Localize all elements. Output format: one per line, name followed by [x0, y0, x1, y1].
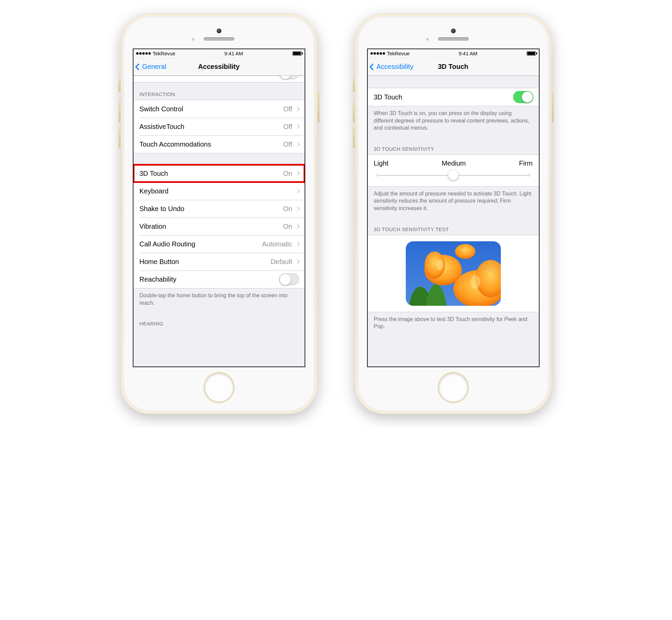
- cell-label: Switch Control: [140, 105, 284, 113]
- slider-thumb-icon[interactable]: [448, 170, 458, 180]
- proximity-sensor-icon: [426, 38, 429, 41]
- clock-label: 9:41 AM: [224, 51, 243, 56]
- section-sensitivity: 3D TOUCH SENSITIVITY: [368, 137, 539, 154]
- chevron-right-icon: [295, 206, 299, 211]
- flower-photo-icon: [406, 241, 501, 306]
- chevron-right-icon: [295, 224, 299, 229]
- back-button[interactable]: Accessibility: [370, 58, 414, 75]
- row-keyboard[interactable]: Keyboard: [133, 182, 305, 200]
- back-button[interactable]: General: [136, 58, 166, 75]
- svg-point-6: [436, 260, 443, 270]
- row-reachability[interactable]: Reachability: [133, 270, 305, 288]
- volume-down-button: [119, 127, 121, 148]
- row-3d-touch[interactable]: 3D Touch On: [133, 165, 305, 182]
- cell-label: 3D Touch: [140, 170, 283, 177]
- chevron-right-icon: [295, 107, 299, 111]
- home-button-physical: [205, 373, 233, 402]
- row-switch-control[interactable]: Switch Control Off: [133, 100, 305, 118]
- chevron-right-icon: [295, 259, 299, 264]
- volume-up-button: [119, 102, 121, 122]
- sensitivity-test-image[interactable]: [406, 241, 501, 306]
- toggle-reachability[interactable]: [279, 273, 299, 285]
- cell-value: Off: [283, 105, 292, 113]
- footer-reachability: Double-tap the home button to bring the …: [133, 288, 305, 312]
- section-hearing: HEARING: [133, 312, 305, 329]
- slider-label-medium: Medium: [442, 159, 466, 167]
- battery-icon: [292, 51, 302, 56]
- row-on-off-labels[interactable]: On/Off Labels: [133, 76, 305, 82]
- signal-strength-icon: [136, 52, 151, 55]
- section-sensitivity-test: 3D TOUCH SENSITIVITY TEST: [368, 218, 539, 235]
- chevron-right-icon: [295, 124, 299, 129]
- desc-3d-touch: When 3D Touch is on, you can press on th…: [368, 106, 539, 137]
- chevron-right-icon: [295, 189, 299, 193]
- cell-label: On/Off Labels: [140, 76, 279, 77]
- back-label: Accessibility: [377, 63, 414, 71]
- cell-value: On: [283, 223, 292, 230]
- svg-point-7: [471, 275, 480, 289]
- iphone-device-left: TekRevue 9:41 AM General Accessibility: [121, 14, 317, 414]
- cell-value: Default: [271, 258, 292, 266]
- row-shake-to-undo[interactable]: Shake to Undo On: [133, 200, 305, 218]
- list-interaction-2: 3D Touch On Keyboard Shake to Undo On: [133, 164, 305, 288]
- slider-labels: Light Medium Firm: [368, 155, 539, 169]
- slider-label-firm: Firm: [519, 159, 533, 167]
- row-3d-touch-toggle[interactable]: 3D Touch: [368, 88, 539, 106]
- home-button-physical: [439, 373, 468, 402]
- screen-3d-touch: TekRevue 9:41 AM Accessibility 3D Touch: [367, 49, 540, 367]
- row-home-button[interactable]: Home Button Default: [133, 253, 305, 270]
- volume-down-button: [353, 127, 355, 148]
- cell-value: On: [283, 170, 292, 177]
- page-title: Accessibility: [198, 63, 239, 71]
- row-assistivetouch[interactable]: AssistiveTouch Off: [133, 118, 305, 135]
- carrier-label: TekRevue: [153, 51, 176, 56]
- list-interaction-1: Switch Control Off AssistiveTouch Off To…: [133, 100, 305, 153]
- toggle-on-off-labels[interactable]: [279, 76, 299, 79]
- cell-label: AssistiveTouch: [140, 123, 284, 131]
- silence-switch: [119, 78, 121, 92]
- row-call-audio-routing[interactable]: Call Audio Routing Automatic: [133, 235, 305, 253]
- page-title: 3D Touch: [438, 63, 469, 71]
- cell-label: Touch Accommodations: [140, 140, 284, 148]
- front-camera-icon: [451, 29, 456, 33]
- signal-strength-icon: [370, 52, 385, 55]
- volume-up-button: [353, 102, 355, 122]
- power-button: [317, 92, 320, 122]
- battery-icon: [527, 51, 536, 56]
- row-touch-accommodations[interactable]: Touch Accommodations Off: [133, 135, 305, 153]
- earpiece-speaker-icon: [204, 37, 234, 41]
- desc-sensitivity: Adjust the amount of pressure needed to …: [368, 187, 539, 218]
- iphone-device-right: TekRevue 9:41 AM Accessibility 3D Touch: [355, 14, 552, 414]
- cell-label: Home Button: [140, 258, 271, 266]
- status-bar: TekRevue 9:41 AM: [368, 49, 539, 58]
- cell-value: Off: [283, 123, 292, 131]
- svg-point-5: [455, 244, 475, 259]
- toggle-3d-touch[interactable]: [513, 91, 533, 103]
- proximity-sensor-icon: [192, 38, 195, 41]
- slider-label-light: Light: [374, 159, 388, 167]
- cell-label: Shake to Undo: [140, 205, 283, 213]
- chevron-right-icon: [295, 242, 299, 246]
- back-label: General: [142, 63, 166, 71]
- cell-value: Automatic: [262, 240, 292, 248]
- cell-label: Keyboard: [140, 187, 292, 195]
- earpiece-speaker-icon: [438, 37, 469, 41]
- front-camera-icon: [217, 29, 221, 33]
- status-bar: TekRevue 9:41 AM: [133, 49, 305, 58]
- nav-bar: General Accessibility: [133, 58, 305, 76]
- power-button: [552, 92, 554, 122]
- chevron-right-icon: [295, 171, 299, 176]
- chevron-right-icon: [295, 142, 299, 147]
- cell-label: Call Audio Routing: [140, 240, 262, 248]
- row-vibration[interactable]: Vibration On: [133, 218, 305, 235]
- silence-switch: [353, 78, 355, 92]
- cell-value: Off: [283, 140, 292, 148]
- nav-bar: Accessibility 3D Touch: [368, 58, 539, 76]
- chevron-left-icon: [369, 63, 376, 70]
- section-interaction: INTERACTION: [133, 82, 305, 100]
- chevron-left-icon: [135, 63, 142, 70]
- sensitivity-slider[interactable]: [377, 171, 529, 180]
- carrier-label: TekRevue: [387, 51, 410, 56]
- cell-label: Vibration: [140, 223, 283, 230]
- cell-value: On: [283, 205, 292, 213]
